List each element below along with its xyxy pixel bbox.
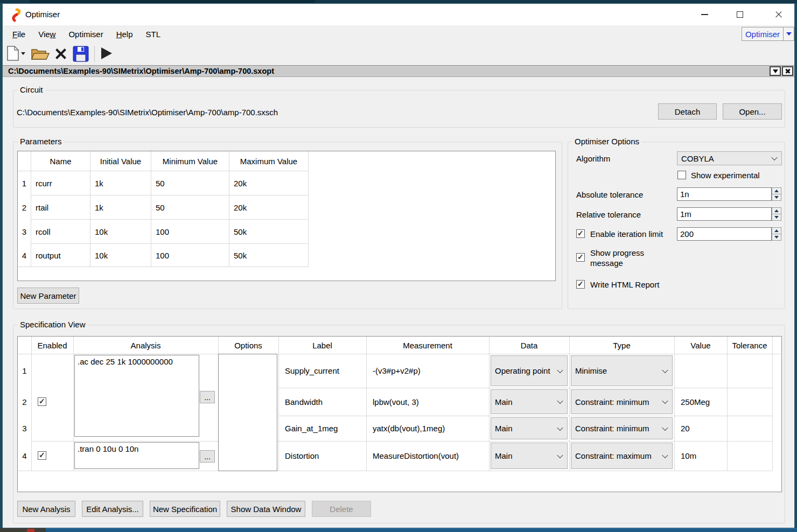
column-header-name: Name: [31, 151, 90, 171]
spec-label-cell[interactable]: Supply_current: [282, 354, 362, 388]
spec-value-cell[interactable]: 20: [677, 416, 726, 441]
write-html-report-checkbox[interactable]: [576, 280, 585, 289]
spec-data-select[interactable]: Main: [491, 443, 568, 469]
window-selector-caret[interactable]: [783, 27, 794, 40]
save-button[interactable]: [73, 46, 89, 62]
iteration-limit-input[interactable]: 200: [677, 227, 772, 241]
write-html-report-label: Write HTML Report: [590, 280, 659, 289]
delete-button-toolbar[interactable]: [53, 47, 68, 61]
spin-up-icon[interactable]: [772, 227, 781, 234]
param-initial-cell[interactable]: 1k: [90, 171, 151, 195]
spec-measurement-cell[interactable]: yatx(db(vout),1meg): [369, 416, 485, 441]
spec-value-cell[interactable]: [677, 354, 726, 388]
param-max-cell[interactable]: 50k: [229, 220, 309, 244]
absolute-tolerance-input[interactable]: 1n: [677, 187, 772, 201]
param-min-cell[interactable]: 100: [151, 220, 229, 244]
spin-down-icon[interactable]: [772, 234, 781, 241]
spec-measurement-cell[interactable]: lpbw(vout, 3): [369, 388, 485, 416]
param-max-cell[interactable]: 20k: [229, 195, 309, 220]
analysis-textbox-tran[interactable]: .tran 0 10u 0 10n: [74, 442, 199, 469]
spec-data-select[interactable]: Main: [491, 389, 568, 414]
show-data-window-button[interactable]: Show Data Window: [227, 501, 305, 517]
param-initial-cell[interactable]: 1k: [90, 195, 151, 220]
param-min-cell[interactable]: 50: [151, 171, 229, 195]
param-name-cell[interactable]: rtail: [31, 195, 90, 220]
menu-item-view[interactable]: View: [32, 27, 62, 41]
close-button[interactable]: [766, 6, 791, 23]
minimize-button[interactable]: [692, 6, 717, 23]
spec-tolerance-cell[interactable]: [730, 354, 771, 388]
row-number: 3: [18, 220, 31, 244]
new-file-button[interactable]: [7, 46, 19, 61]
param-name-cell[interactable]: rcurr: [31, 171, 90, 195]
close-icon: [775, 11, 783, 19]
spec-measurement-cell[interactable]: -(v3#p+v2#p): [369, 354, 485, 388]
param-name-cell[interactable]: routput: [31, 244, 90, 267]
spec-value-cell[interactable]: 250Meg: [677, 388, 726, 416]
spin-down-icon[interactable]: [772, 214, 781, 221]
spin-up-icon[interactable]: [772, 207, 781, 214]
analysis-enabled-checkbox[interactable]: [38, 397, 46, 406]
collapse-document-button[interactable]: [770, 66, 781, 76]
window-selector-dropdown[interactable]: Optimiser: [742, 27, 794, 41]
algorithm-select[interactable]: COBYLA: [677, 151, 782, 165]
run-button[interactable]: [101, 47, 113, 60]
edit-analysis-button[interactable]: Edit Analysis...: [82, 501, 143, 517]
param-name-cell[interactable]: rcoll: [31, 220, 90, 244]
relative-tolerance-input[interactable]: 1m: [677, 207, 772, 221]
circuit-path: C:\Documents\Examples-90\SIMetrix\Optimi…: [17, 108, 278, 117]
param-min-cell[interactable]: 50: [151, 195, 229, 220]
menu-item-stl[interactable]: STL: [139, 27, 167, 41]
relative-tolerance-spinner[interactable]: [772, 207, 781, 221]
param-max-cell[interactable]: 20k: [229, 171, 309, 195]
new-analysis-button[interactable]: New Analysis: [17, 501, 75, 517]
analysis-more-button[interactable]: ...: [200, 391, 215, 403]
new-parameter-button[interactable]: New Parameter: [17, 288, 79, 304]
analysis-enabled-checkbox[interactable]: [38, 451, 46, 460]
options-textbox[interactable]: [218, 354, 277, 471]
absolute-tolerance-spinner[interactable]: [772, 187, 781, 201]
show-progress-checkbox[interactable]: [576, 253, 585, 262]
spin-down-icon[interactable]: [772, 194, 781, 201]
menu-item-file[interactable]: File: [6, 27, 32, 41]
new-file-dropdown-button[interactable]: [21, 52, 25, 55]
spec-tolerance-cell[interactable]: [730, 388, 771, 416]
show-experimental-checkbox[interactable]: [677, 171, 686, 179]
spec-type-select[interactable]: Constraint: minimum: [571, 417, 673, 439]
spec-type-select[interactable]: Constraint: maximum: [571, 443, 673, 469]
enable-iteration-limit-checkbox[interactable]: [576, 229, 585, 238]
toolbar: [3, 43, 794, 65]
grid-line: [73, 337, 74, 471]
new-specification-button[interactable]: New Specification: [150, 501, 220, 517]
spec-label-cell[interactable]: Distortion: [282, 441, 362, 471]
spec-data-select[interactable]: Main: [491, 417, 568, 439]
column-header-tolerance: Tolerance: [727, 337, 772, 354]
spec-label-cell[interactable]: Bandwidth: [282, 388, 362, 416]
spec-type-select[interactable]: Minimise: [571, 355, 673, 386]
iteration-limit-spinner[interactable]: [772, 227, 781, 241]
param-initial-cell[interactable]: 10k: [90, 244, 151, 267]
param-initial-cell[interactable]: 10k: [90, 220, 151, 244]
menu-item-help[interactable]: Help: [110, 27, 139, 41]
param-max-cell[interactable]: 50k: [229, 244, 309, 267]
spec-tolerance-cell[interactable]: [730, 441, 771, 471]
maximize-button[interactable]: [728, 6, 752, 23]
open-circuit-button[interactable]: Open...: [723, 103, 782, 120]
close-document-button[interactable]: [782, 66, 793, 76]
row-number: 4: [18, 441, 31, 471]
analysis-textbox-ac[interactable]: .ac dec 25 1k 1000000000: [74, 355, 199, 437]
spin-up-icon[interactable]: [772, 187, 781, 194]
spec-label-cell[interactable]: Gain_at_1meg: [282, 416, 362, 441]
spec-data-select[interactable]: Operating point: [491, 355, 568, 386]
spec-type-select[interactable]: Constraint: minimum: [571, 389, 673, 414]
menu-item-optimiser[interactable]: Optimiser: [62, 27, 109, 41]
spec-tolerance-cell[interactable]: [730, 416, 771, 441]
analysis-more-button[interactable]: ...: [200, 450, 215, 463]
param-min-cell[interactable]: 100: [151, 244, 229, 267]
spec-value-cell[interactable]: 10m: [677, 441, 726, 471]
open-file-button[interactable]: [31, 47, 50, 61]
spec-measurement-cell[interactable]: MeasureDistortion(vout): [369, 441, 485, 471]
detach-button[interactable]: Detach: [658, 103, 717, 120]
specification-table: Enabled Analysis Options Label Measureme…: [17, 336, 782, 492]
grid-line: [772, 337, 773, 471]
